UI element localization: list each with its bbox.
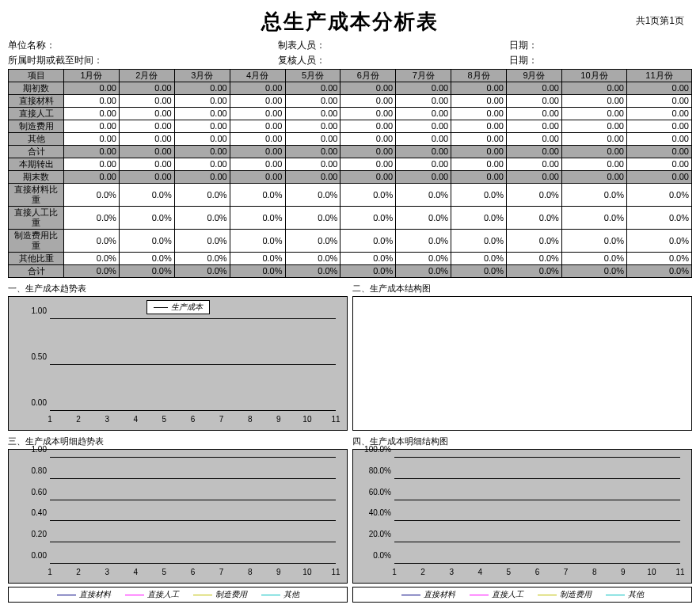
chart1: 生产成本 0.000.501.001234567891011 [8, 296, 348, 431]
cell: 0.0% [396, 207, 451, 230]
cell: 0.0% [119, 207, 174, 230]
cell: 0.00 [507, 171, 562, 184]
cell: 0.00 [119, 171, 174, 184]
cell: 0.00 [561, 95, 626, 108]
cell: 0.00 [396, 120, 451, 133]
chart4-legend: 直接材料 直接人工 制造费用 其他 [352, 587, 692, 603]
cell: 0.00 [174, 146, 230, 158]
cell: 0.0% [626, 230, 691, 253]
cell: 0.00 [119, 158, 174, 171]
cell: 0.0% [396, 253, 451, 265]
cell: 0.00 [340, 158, 396, 171]
cell: 0.0% [119, 265, 174, 278]
cell: 0.00 [64, 171, 120, 184]
cell: 0.00 [561, 133, 626, 146]
meta-unit: 单位名称： [8, 39, 191, 52]
cell: 0.0% [285, 253, 340, 265]
cell: 0.0% [230, 207, 285, 230]
cell: 0.00 [507, 95, 562, 108]
cell: 0.0% [626, 265, 691, 278]
cell: 0.00 [285, 158, 340, 171]
col-header: 4月份 [230, 70, 285, 82]
cell: 0.00 [507, 120, 562, 133]
chart1-legend: 生产成本 [146, 300, 210, 314]
chart4-title: 四、生产成本明细结构图 [352, 435, 692, 447]
cell: 0.00 [174, 120, 230, 133]
cell: 0.00 [340, 133, 396, 146]
cell: 0.00 [174, 95, 230, 108]
cell: 0.0% [561, 184, 626, 207]
cell: 0.0% [451, 184, 507, 207]
col-header: 9月份 [507, 70, 562, 82]
chart3: 0.000.200.400.600.801.001234567891011 [8, 449, 348, 584]
cell: 0.00 [561, 120, 626, 133]
chart2-title: 二、生产成本结构图 [352, 283, 692, 295]
cell: 0.00 [64, 158, 120, 171]
cell: 0.0% [340, 265, 396, 278]
cell: 0.00 [285, 133, 340, 146]
cell: 0.0% [451, 265, 507, 278]
cell: 0.00 [119, 133, 174, 146]
cell: 0.0% [285, 184, 340, 207]
cell: 0.00 [626, 133, 691, 146]
cell: 0.0% [230, 184, 285, 207]
cell: 0.00 [174, 133, 230, 146]
cell: 0.00 [64, 146, 120, 158]
cell: 0.00 [451, 108, 507, 120]
cell: 0.0% [230, 265, 285, 278]
cell: 0.00 [561, 108, 626, 120]
cell: 0.00 [230, 171, 285, 184]
cell: 0.00 [174, 158, 230, 171]
col-header: 10月份 [561, 70, 626, 82]
cell: 0.00 [285, 120, 340, 133]
col-header: 5月份 [285, 70, 340, 82]
row-label: 其他比重 [9, 253, 64, 265]
cell: 0.0% [174, 253, 230, 265]
cell: 0.00 [230, 158, 285, 171]
row-label: 合计 [9, 146, 64, 158]
cell: 0.00 [626, 146, 691, 158]
row-label: 期初数 [9, 82, 64, 95]
cell: 0.00 [561, 146, 626, 158]
meta-date2: 日期： [462, 54, 692, 67]
chart4: 0.0%20.0%40.0%60.0%80.0%100.0%1234567891… [352, 449, 692, 584]
cell: 0.0% [396, 265, 451, 278]
cell: 0.0% [119, 253, 174, 265]
cell: 0.00 [285, 146, 340, 158]
cell: 0.00 [285, 95, 340, 108]
cell: 0.0% [507, 207, 562, 230]
cell: 0.0% [64, 184, 120, 207]
row-label: 制造费用比重 [9, 230, 64, 253]
cell: 0.00 [340, 95, 396, 108]
cell: 0.00 [626, 171, 691, 184]
cell: 0.00 [119, 146, 174, 158]
cell: 0.0% [230, 230, 285, 253]
cell: 0.00 [340, 82, 396, 95]
row-label: 其他 [9, 133, 64, 146]
row-label: 期末数 [9, 171, 64, 184]
cell: 0.00 [396, 82, 451, 95]
cell: 0.00 [64, 95, 120, 108]
meta-period: 所属时期或截至时间： [8, 54, 191, 67]
cell: 0.00 [626, 95, 691, 108]
cell: 0.00 [626, 158, 691, 171]
cell: 0.00 [174, 171, 230, 184]
cell: 0.00 [507, 158, 562, 171]
cell: 0.0% [64, 253, 120, 265]
cell: 0.00 [561, 158, 626, 171]
chart3-legend: 直接材料 直接人工 制造费用 其他 [8, 587, 348, 603]
chart3-title: 三、生产成本明细趋势表 [8, 435, 348, 447]
col-header: 2月份 [119, 70, 174, 82]
cell: 0.00 [451, 120, 507, 133]
cell: 0.00 [626, 108, 691, 120]
page-title: 总生产成本分析表 [8, 8, 692, 36]
cell: 0.00 [340, 108, 396, 120]
meta-preparer: 制表人员： [191, 39, 461, 52]
cell: 0.0% [174, 265, 230, 278]
cell: 0.00 [119, 120, 174, 133]
cell: 0.00 [561, 171, 626, 184]
cell: 0.00 [340, 171, 396, 184]
cell: 0.00 [119, 95, 174, 108]
cell: 0.0% [451, 207, 507, 230]
cell: 0.00 [285, 171, 340, 184]
